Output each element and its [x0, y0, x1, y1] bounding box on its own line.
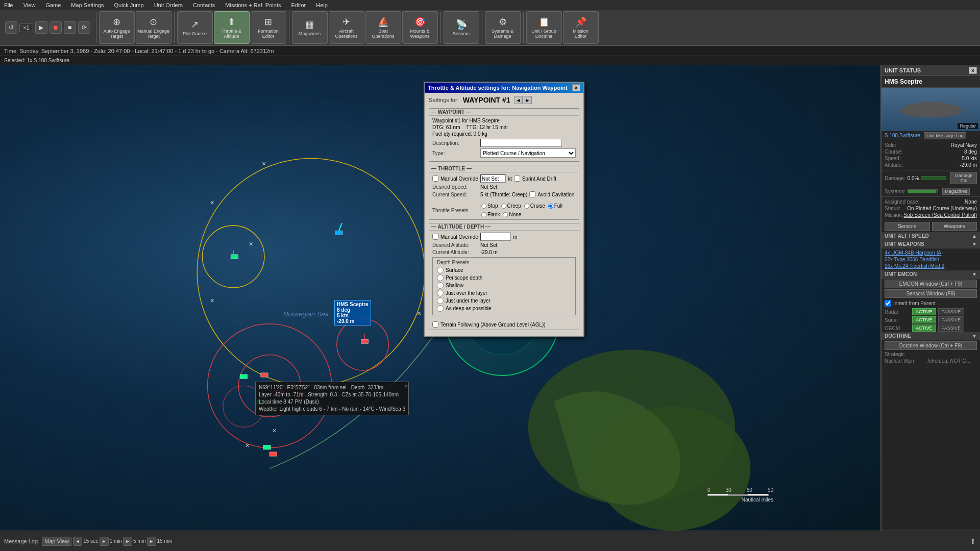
preset-none[interactable]: None — [503, 212, 521, 217]
sprint-drift-checkbox[interactable] — [514, 176, 520, 182]
depth-preset-periscope[interactable]: Periscope depth — [437, 274, 571, 281]
unit-weapons-header[interactable]: UNIT WEAPONS ▼ — [881, 240, 980, 248]
plot-course-button[interactable]: ↗ Plot Course — [177, 11, 213, 44]
unit-doctrine-button[interactable]: 📋 Unit / GroupDoctrine — [526, 11, 562, 44]
unit-status-close[interactable]: × — [969, 67, 977, 74]
step-fwd-1m-button[interactable]: ► — [123, 537, 132, 546]
tooltip-close[interactable]: × — [404, 383, 407, 390]
menu-unit-orders[interactable]: Unit Orders — [152, 2, 185, 8]
depth-shallow-radio[interactable] — [437, 282, 444, 289]
manual-override-input[interactable] — [480, 174, 506, 183]
unit-class-link[interactable]: S 108 Swiftsure — [885, 133, 920, 138]
menu-missions[interactable]: Missions + Ref. Points — [223, 2, 283, 8]
dialog-close-button[interactable]: × — [572, 84, 580, 91]
terrain-following-checkbox[interactable] — [432, 321, 438, 328]
menu-game[interactable]: Game — [43, 2, 63, 8]
sonar-passive-button[interactable]: PASSIVE — [938, 316, 965, 323]
manual-override-checkbox[interactable] — [432, 176, 438, 182]
depth-preset-surface[interactable]: Surface — [437, 267, 571, 273]
step-back-button[interactable]: ◄ — [73, 537, 82, 546]
menu-quick-jump[interactable]: Quick Jump — [112, 2, 146, 8]
description-input[interactable] — [480, 139, 562, 147]
mission-editor-button[interactable]: 📌 MissionEditor — [563, 11, 599, 44]
sensors-button[interactable]: 📡 Sensors — [444, 11, 479, 44]
sensors-window-button[interactable]: Sensors Window (F9) — [885, 289, 977, 298]
weapon-harpoon[interactable]: 4x UGM-84B Harpoon IA — [885, 249, 977, 256]
formation-editor-button[interactable]: ⊞ FormationEditor — [251, 11, 286, 44]
depth-under-layer-radio[interactable] — [437, 297, 444, 304]
next-waypoint-button[interactable]: ► — [524, 96, 532, 104]
depth-surface-radio[interactable] — [437, 267, 444, 273]
depth-periscope-radio[interactable] — [437, 274, 444, 281]
sonar-active-button[interactable]: ACTIVE — [912, 316, 936, 323]
preset-creep[interactable]: Creep — [501, 203, 521, 209]
record-button[interactable]: ⏺ — [50, 21, 62, 34]
preset-full[interactable]: Full — [548, 203, 562, 209]
depth-over-layer-radio[interactable] — [437, 290, 444, 296]
preset-cruise[interactable]: Cruise — [524, 203, 545, 209]
menu-view[interactable]: View — [21, 2, 38, 8]
prev-waypoint-button[interactable]: ◄ — [514, 96, 523, 104]
preset-stop[interactable]: Stop — [481, 203, 498, 209]
play-button[interactable]: ▶ — [35, 21, 47, 34]
sensors-rp-button[interactable]: Sensors — [885, 222, 930, 231]
weapon-bandfish[interactable]: 22x Type 2066 Bandfish — [885, 256, 977, 263]
depth-preset-under-layer[interactable]: Just under the layer — [437, 297, 571, 304]
aircraft-ops-button[interactable]: ✈ AircraftOperations — [329, 11, 364, 44]
oecm-passive-button[interactable]: PASSIVE — [938, 324, 965, 332]
type-select[interactable]: Plotted Course / Navigation — [480, 148, 576, 158]
preset-flank[interactable]: Flank — [481, 212, 500, 217]
preset-creep-radio[interactable] — [501, 204, 506, 209]
oecm-active-button[interactable]: ACTIVE — [912, 324, 936, 332]
timestep-15sec[interactable]: 15 sec — [83, 538, 98, 544]
mounts-weapons-button[interactable]: 🎯 Mounts &Weapons — [402, 11, 438, 44]
emcon-window-button[interactable]: EMCON Window (Ctrl + F9) — [885, 280, 977, 288]
stop-button[interactable]: ■ — [64, 21, 76, 34]
preset-stop-radio[interactable] — [481, 204, 486, 209]
menu-help[interactable]: Help — [314, 2, 330, 8]
throttle-altitude-button[interactable]: ⬆ Throttle &Altitude — [214, 11, 250, 44]
alt-manual-input[interactable] — [480, 233, 511, 241]
map-view-label[interactable]: Map View — [42, 537, 71, 546]
menu-file[interactable]: File — [2, 2, 15, 8]
weapon-tigerfish[interactable]: 16x Mk.24 Tigerfish Mod 2 — [885, 263, 977, 269]
doctrine-window-button[interactable]: Doctrine Window (Ctrl + F9) — [885, 341, 977, 350]
magazines-button[interactable]: ▦ Magazines — [292, 11, 328, 44]
doctrine-header[interactable]: DOCTRINE ▼ — [881, 332, 980, 340]
menu-contacts[interactable]: Contacts — [191, 2, 217, 8]
preset-cruise-radio[interactable] — [524, 204, 529, 209]
radar-passive-button[interactable]: PASSIVE — [938, 308, 965, 315]
upload-icon[interactable]: ⬆ — [970, 537, 976, 545]
preset-flank-radio[interactable] — [481, 212, 486, 217]
auto-engage-button[interactable]: ⊕ Auto EngageTarget — [99, 11, 135, 44]
magazines-button-rp[interactable]: Magazines — [942, 188, 970, 195]
manual-engage-button[interactable]: ⊙ Manual EngageTarget — [136, 11, 172, 44]
radar-active-button[interactable]: ACTIVE — [912, 308, 936, 315]
timestep-1min[interactable]: 1 min — [110, 538, 122, 544]
unit-message-log-button[interactable]: Unit Message Log — [924, 132, 966, 139]
fast-forward-button[interactable]: ⟳ — [78, 21, 90, 34]
depth-preset-shallow[interactable]: Shallow — [437, 282, 571, 289]
weapons-rp-button[interactable]: Weapons — [932, 222, 977, 231]
depth-preset-deep[interactable]: As deep as possible — [437, 305, 571, 312]
boat-ops-button[interactable]: ⛵ BoatOperations — [365, 11, 401, 44]
inherit-checkbox[interactable] — [885, 300, 891, 307]
unit-emcon-header[interactable]: UNIT EMCON ▼ — [881, 270, 980, 279]
unit-alt-speed-header[interactable]: UNIT ALT / SPEED ▲ — [881, 232, 980, 240]
depth-deep-radio[interactable] — [437, 305, 444, 312]
preset-full-radio[interactable] — [548, 204, 553, 209]
avoid-cav-checkbox[interactable] — [529, 191, 535, 197]
alt-manual-override-checkbox[interactable] — [432, 234, 438, 240]
mission-link[interactable]: Sub Screen (Sea Control Patrol) — [904, 212, 977, 218]
systems-damage-button[interactable]: ⚙ Systems &Damage — [485, 11, 521, 44]
timestep-5min[interactable]: 5 min — [133, 538, 145, 544]
preset-none-radio[interactable] — [503, 212, 508, 217]
step-fwd-15s-button[interactable]: ► — [100, 537, 109, 546]
rewind-button[interactable]: ↺ — [5, 21, 17, 34]
timestep-15min[interactable]: 15 min — [157, 538, 173, 544]
depth-preset-over-layer[interactable]: Just over the layer — [437, 290, 571, 296]
damage-ctrl-button[interactable]: Damage Ctrl — [950, 172, 977, 184]
menu-editor[interactable]: Editor — [289, 2, 308, 8]
menu-map-settings[interactable]: Map Settings — [69, 2, 106, 8]
step-fwd-5m-button[interactable]: ► — [147, 537, 156, 546]
